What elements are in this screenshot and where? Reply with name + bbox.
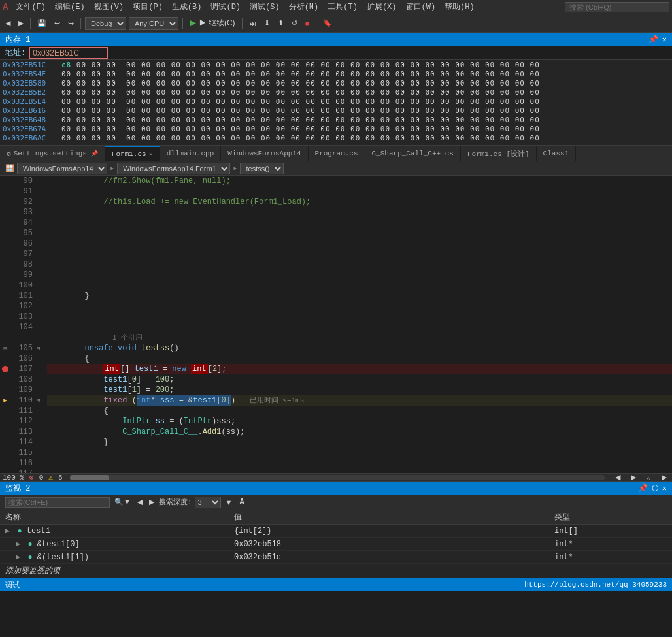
undo-button[interactable]: ↩ <box>52 18 63 29</box>
hscroll-bar[interactable]: 100 % ⊗ 0 ⚠ 6 ◀ ▶ ⬦ ▶ <box>0 473 672 481</box>
nav-left-button[interactable]: ◀ <box>613 472 623 483</box>
gutter-99[interactable] <box>0 270 10 280</box>
gutter-114[interactable] <box>0 437 10 448</box>
redo-button[interactable]: ↪ <box>65 18 76 29</box>
hscrollbar-thumb[interactable] <box>70 475 109 480</box>
continue-play-icon: ▶ <box>190 18 196 27</box>
step-over-button[interactable]: ⏭ <box>246 18 259 29</box>
menu-debug[interactable]: 调试(D) <box>207 1 244 12</box>
watch-case-button[interactable]: A <box>239 498 244 507</box>
menu-file[interactable]: 文件(F) <box>12 1 50 12</box>
debug-mode-dropdown[interactable]: Debug <box>85 17 126 30</box>
tab-settings[interactable]: ⚙ Settings.settings 📌 <box>0 146 105 161</box>
menu-project[interactable]: 项目(P) <box>129 1 167 12</box>
tab-winformsapp[interactable]: WindowsFormsApp14 <box>221 146 308 161</box>
hscrollbar-track[interactable] <box>70 475 605 480</box>
nav-method-dropdown[interactable]: testss() <box>240 163 284 174</box>
gutter-105-ref[interactable] <box>0 333 10 343</box>
gutter-116[interactable] <box>0 458 10 468</box>
cpu-dropdown[interactable]: Any CPU <box>129 17 178 30</box>
gutter-105-fn[interactable]: ⊟ <box>0 343 10 353</box>
collapse-arrow-110-icon[interactable]: ⊟ <box>37 397 40 404</box>
nav-class-dropdown[interactable]: WindowsFormsApp14.Form1 <box>117 163 230 174</box>
gutter-96[interactable] <box>0 238 10 249</box>
memory-pin-icon[interactable]: 📌 <box>648 35 658 44</box>
tab-form1-close-icon[interactable]: ✕ <box>149 150 153 158</box>
gutter-100[interactable] <box>0 280 10 291</box>
watch-expand-test1[interactable]: ▶ <box>5 527 10 536</box>
bookmark-button[interactable]: 🔖 <box>320 18 335 29</box>
menu-tools[interactable]: 工具(T) <box>324 1 361 12</box>
restart-button[interactable]: ↺ <box>289 18 300 29</box>
tab-settings-pin-icon[interactable]: 📌 <box>91 150 98 157</box>
gutter-94[interactable] <box>0 218 10 228</box>
stop-button[interactable]: ■ <box>303 18 312 29</box>
gutter-107[interactable] <box>0 364 10 374</box>
tab-csharp-call[interactable]: C_Sharp_Call_C++.cs <box>365 146 461 161</box>
gutter-93[interactable] <box>0 207 10 218</box>
menu-test[interactable]: 测试(S) <box>246 1 284 12</box>
watch-back-button[interactable]: ◀ <box>135 497 144 507</box>
menu-build[interactable]: 生成(B) <box>168 1 206 12</box>
gutter-109[interactable] <box>0 385 10 395</box>
continue-button[interactable]: ▶ ▶ 继续(C) <box>187 16 238 30</box>
watch-search-input[interactable] <box>5 497 110 508</box>
gutter-113[interactable] <box>0 427 10 437</box>
cg-105-collapse[interactable]: ⊟ <box>37 343 44 353</box>
gutter-104[interactable] <box>0 322 10 333</box>
watch-search-icon-btn[interactable]: 🔍▼ <box>112 497 133 507</box>
gutter-108[interactable] <box>0 374 10 385</box>
back-button[interactable]: ◀ <box>3 18 13 29</box>
nav-project-dropdown[interactable]: WindowsFormsApp14 <box>17 163 107 174</box>
save-button[interactable]: 💾 <box>35 18 49 29</box>
watch-row-add[interactable]: 添加要监视的项 <box>0 564 672 578</box>
gutter-102[interactable] <box>0 301 10 312</box>
next-button[interactable]: ▶ <box>659 472 669 483</box>
code-lines[interactable]: //fm2.Show(fm1.Pane, null); //this.Load … <box>44 176 672 473</box>
menu-help[interactable]: 帮助(H) <box>441 1 479 12</box>
nav-right-button[interactable]: ▶ <box>628 472 639 483</box>
watch-expand-test1-0[interactable]: ▶ <box>16 540 20 549</box>
memory-close-icon[interactable]: ✕ <box>662 35 667 44</box>
gutter-112[interactable] <box>0 416 10 427</box>
watch-add-item-cell[interactable]: 添加要监视的项 <box>0 564 672 578</box>
menu-extensions[interactable]: 扩展(X) <box>363 1 401 12</box>
menu-window[interactable]: 窗口(W) <box>402 1 440 12</box>
watch-depth-select[interactable]: 3 <box>195 497 221 508</box>
tab-program[interactable]: Program.cs <box>309 146 365 161</box>
tab-form1-cs[interactable]: Form1.cs ✕ <box>105 146 160 161</box>
address-input[interactable] <box>29 47 108 59</box>
tab-class1[interactable]: Class1 <box>537 146 577 161</box>
watch-pin-icon[interactable]: 📌 <box>638 483 648 493</box>
gutter-98[interactable] <box>0 259 10 270</box>
step-out-button[interactable]: ⬆ <box>275 18 286 29</box>
watch-close-icon[interactable]: ✕ <box>662 483 667 493</box>
gutter-115[interactable] <box>0 448 10 458</box>
global-search-input[interactable] <box>565 2 669 12</box>
watch-float-icon[interactable]: ⬡ <box>652 483 658 493</box>
gutter-110[interactable]: ► <box>0 395 10 406</box>
gutter-90[interactable] <box>0 176 10 186</box>
gutter-91[interactable] <box>0 186 10 197</box>
gutter-95[interactable] <box>0 228 10 238</box>
cg-110-collapse[interactable]: ⊟ <box>37 395 44 406</box>
menu-view[interactable]: 视图(V) <box>90 1 128 12</box>
gutter-97[interactable] <box>0 249 10 259</box>
step-into-button[interactable]: ⬇ <box>261 18 273 29</box>
menu-edit[interactable]: 编辑(E) <box>51 1 89 12</box>
gutter-103[interactable] <box>0 312 10 322</box>
watch-forward-button[interactable]: ▶ <box>147 497 156 507</box>
gutter-101[interactable] <box>0 291 10 301</box>
gutter-106[interactable] <box>0 353 10 364</box>
breakpoint-nav-button[interactable]: ⬦ <box>644 472 654 483</box>
tab-dllmain[interactable]: dllmain.cpp <box>160 146 222 161</box>
tab-form1-design[interactable]: Form1.cs [设计] <box>461 146 537 161</box>
menu-analyze[interactable]: 分析(N) <box>285 1 323 12</box>
watch-filter-button[interactable]: ▼ <box>224 498 235 507</box>
watch-expand-test1-1[interactable]: ▶ <box>16 553 20 562</box>
gutter-92[interactable] <box>0 197 10 207</box>
cg-103 <box>37 312 44 322</box>
gutter-111[interactable] <box>0 406 10 416</box>
forward-button[interactable]: ▶ <box>16 18 26 29</box>
collapse-arrow-icon[interactable]: ⊟ <box>37 345 40 352</box>
